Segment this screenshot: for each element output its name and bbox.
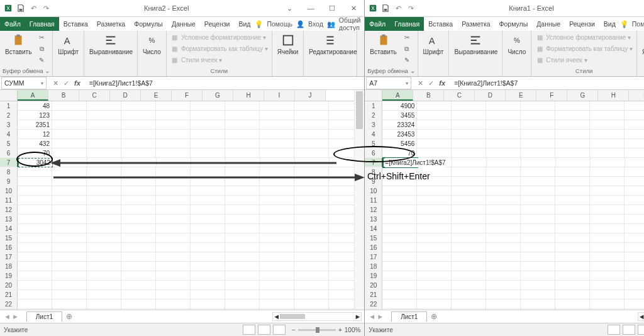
row-header-6[interactable]: 6	[365, 148, 382, 158]
row-header-15[interactable]: 15	[365, 233, 382, 243]
cut-button[interactable]: ✂	[401, 32, 413, 43]
cell-C12[interactable]	[452, 205, 486, 215]
cell-A5[interactable]: 432	[18, 139, 52, 148]
cell-F11[interactable]	[191, 196, 225, 205]
cell-I3[interactable]	[294, 120, 329, 130]
maximize-icon[interactable]: ☐	[321, 0, 343, 16]
cell-E19[interactable]	[156, 271, 191, 281]
cell-H18[interactable]	[625, 262, 644, 271]
save-icon[interactable]	[16, 4, 25, 13]
cell-I20[interactable]	[294, 281, 329, 290]
cell-A7[interactable]: 3042	[18, 158, 53, 167]
cell-E15[interactable]	[521, 233, 555, 243]
share-label[interactable]: Общий доступ	[339, 16, 361, 31]
horizontal-scrollbar[interactable]: ◄►	[638, 312, 644, 321]
cell-H21[interactable]	[260, 290, 294, 300]
cell-C14[interactable]	[87, 224, 121, 233]
cell-D18[interactable]	[121, 262, 156, 271]
cell-C1[interactable]	[452, 101, 486, 111]
cell-D15[interactable]	[121, 233, 156, 243]
cell-B18[interactable]	[417, 262, 452, 271]
cell-A2[interactable]: 123	[18, 111, 52, 120]
cell-C7[interactable]	[452, 158, 487, 167]
zoom-out-button[interactable]: −	[292, 327, 296, 333]
cell-E19[interactable]	[521, 271, 555, 281]
cell-C22[interactable]	[452, 300, 486, 309]
cell-E3[interactable]	[521, 120, 555, 130]
row-header-4[interactable]: 4	[365, 130, 382, 139]
cell-F17[interactable]	[555, 252, 590, 262]
redo-icon[interactable]: ↷	[406, 4, 415, 13]
cell-I5[interactable]	[294, 139, 329, 148]
cell-A10[interactable]	[18, 186, 52, 196]
cell-E20[interactable]	[521, 281, 555, 290]
cell-G14[interactable]	[225, 224, 260, 233]
cell-H4[interactable]	[625, 130, 644, 139]
column-header-C[interactable]: C	[79, 90, 110, 101]
cell-E10[interactable]	[521, 186, 555, 196]
row-header-18[interactable]: 18	[365, 262, 382, 271]
cell-C6[interactable]	[452, 148, 486, 158]
cell-A1[interactable]: 4900	[382, 101, 417, 111]
cell-F3[interactable]	[555, 120, 590, 130]
add-sheet-button[interactable]: ⊕	[66, 312, 72, 321]
cell-C11[interactable]	[87, 196, 121, 205]
sheet-nav-prev-icon[interactable]: ◄	[369, 313, 375, 320]
cell-F19[interactable]	[191, 271, 225, 281]
conditional-formatting-button[interactable]: ▦Условное форматирование ▾	[169, 32, 269, 43]
cell-B21[interactable]	[52, 290, 87, 300]
column-header-D[interactable]: D	[475, 90, 506, 101]
tab-file[interactable]: Файл	[365, 17, 390, 31]
cell-D17[interactable]	[486, 252, 521, 262]
cancel-formula-button[interactable]: ✕	[418, 79, 423, 87]
cell-C12[interactable]	[87, 205, 121, 215]
cell-C16[interactable]	[452, 243, 486, 252]
row-header-14[interactable]: 14	[365, 224, 382, 233]
share-icon[interactable]: 👥	[327, 20, 335, 28]
cell-H17[interactable]	[625, 252, 644, 262]
cell-F4[interactable]	[555, 130, 590, 139]
cell-C4[interactable]	[452, 130, 486, 139]
cell-E16[interactable]	[156, 243, 191, 252]
cell-H12[interactable]	[260, 205, 294, 215]
cell-E21[interactable]	[156, 290, 191, 300]
row-header-23[interactable]: 23	[365, 309, 382, 310]
row-header-19[interactable]: 19	[365, 271, 382, 281]
cell-H23[interactable]	[260, 309, 294, 310]
row-header-15[interactable]: 15	[0, 233, 18, 243]
cell-E10[interactable]	[156, 186, 191, 196]
cell-B11[interactable]	[52, 196, 87, 205]
cell-C13[interactable]	[87, 215, 121, 224]
cell-C18[interactable]	[87, 262, 121, 271]
cell-B17[interactable]	[417, 252, 452, 262]
cell-D8[interactable]	[486, 167, 521, 177]
cell-G2[interactable]	[590, 111, 625, 120]
number-button[interactable]: %Число	[140, 32, 164, 57]
cell-F2[interactable]	[555, 111, 590, 120]
cell-C5[interactable]	[87, 139, 121, 148]
help-label[interactable]: Помощь	[632, 20, 644, 28]
cell-C21[interactable]	[87, 290, 121, 300]
cell-F18[interactable]	[555, 262, 590, 271]
cell-I13[interactable]	[294, 215, 329, 224]
cell-H22[interactable]	[625, 300, 644, 309]
cell-I2[interactable]	[294, 111, 329, 120]
row-header-8[interactable]: 8	[0, 167, 18, 177]
cell-F21[interactable]	[555, 290, 590, 300]
cell-A16[interactable]	[382, 243, 417, 252]
cell-D6[interactable]	[121, 148, 156, 158]
cell-I10[interactable]	[294, 186, 329, 196]
cell-C10[interactable]	[452, 186, 486, 196]
row-header-20[interactable]: 20	[365, 281, 382, 290]
cell-C2[interactable]	[87, 111, 121, 120]
cell-G15[interactable]	[225, 233, 260, 243]
cell-H14[interactable]	[260, 224, 294, 233]
cell-G4[interactable]	[225, 130, 260, 139]
cell-G11[interactable]	[225, 196, 260, 205]
cell-G11[interactable]	[590, 196, 625, 205]
cell-B11[interactable]	[417, 196, 452, 205]
cell-I1[interactable]	[294, 101, 329, 111]
format-painter-button[interactable]: ✎	[36, 55, 47, 65]
cell-G15[interactable]	[590, 233, 625, 243]
cell-C19[interactable]	[87, 271, 121, 281]
